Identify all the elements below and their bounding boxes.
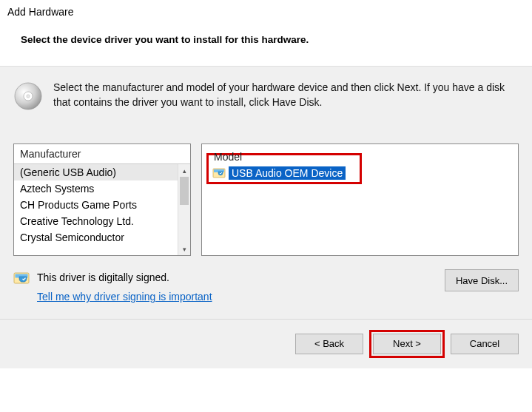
back-button[interactable]: < Back — [295, 334, 363, 354]
model-item[interactable]: USB Audio OEM Device — [212, 166, 346, 180]
instruction-text: Select the manufacturer and model of you… — [53, 80, 519, 110]
manufacturer-item[interactable]: (Generic USB Audio) — [14, 164, 190, 180]
wizard-footer: < Back Next > Cancel — [0, 319, 532, 368]
manufacturer-item[interactable]: Crystal Semiconductor — [14, 229, 190, 246]
model-listbox[interactable]: Model USB Audio OEM Device — [201, 143, 519, 256]
manufacturer-items: (Generic USB Audio) Aztech Systems CH Pr… — [14, 164, 190, 255]
signing-row: This driver is digitally signed. Tell me… — [0, 263, 532, 319]
signing-link[interactable]: Tell me why driver signing is important — [37, 288, 212, 305]
cancel-button[interactable]: Cancel — [451, 334, 519, 354]
manufacturer-item[interactable]: Creative Technology Ltd. — [14, 213, 190, 229]
have-disk-button[interactable]: Have Disk... — [445, 269, 519, 291]
instruction-panel: Select the manufacturer and model of you… — [0, 66, 532, 121]
signed-icon — [13, 271, 30, 286]
scroll-thumb[interactable] — [180, 177, 189, 205]
page-title: Select the device driver you want to ins… — [21, 34, 511, 45]
model-label: USB Audio OEM Device — [229, 166, 346, 180]
next-highlight: Next > — [369, 330, 445, 358]
manufacturer-listbox[interactable]: Manufacturer (Generic USB Audio) Aztech … — [13, 143, 191, 256]
svg-point-2 — [27, 95, 30, 98]
driver-lists: Manufacturer (Generic USB Audio) Aztech … — [0, 121, 532, 263]
signing-text: This driver is digitally signed. Tell me… — [37, 269, 212, 305]
manufacturer-item[interactable]: CH Products Game Ports — [14, 197, 190, 213]
next-button[interactable]: Next > — [373, 334, 441, 354]
manufacturer-item[interactable]: Aztech Systems — [14, 180, 190, 197]
signing-status: This driver is digitally signed. — [37, 269, 212, 286]
model-header: Model — [208, 147, 248, 166]
manufacturer-scrollbar[interactable]: ▴ ▾ — [178, 164, 190, 255]
signed-driver-icon — [212, 167, 226, 179]
disc-icon — [13, 81, 43, 111]
manufacturer-header: Manufacturer — [14, 144, 190, 164]
wizard-header: Select the device driver you want to ins… — [0, 21, 532, 66]
scroll-down-icon[interactable]: ▾ — [178, 243, 190, 255]
scroll-up-icon[interactable]: ▴ — [178, 164, 190, 177]
window-title: Add Hardware — [0, 0, 532, 21]
